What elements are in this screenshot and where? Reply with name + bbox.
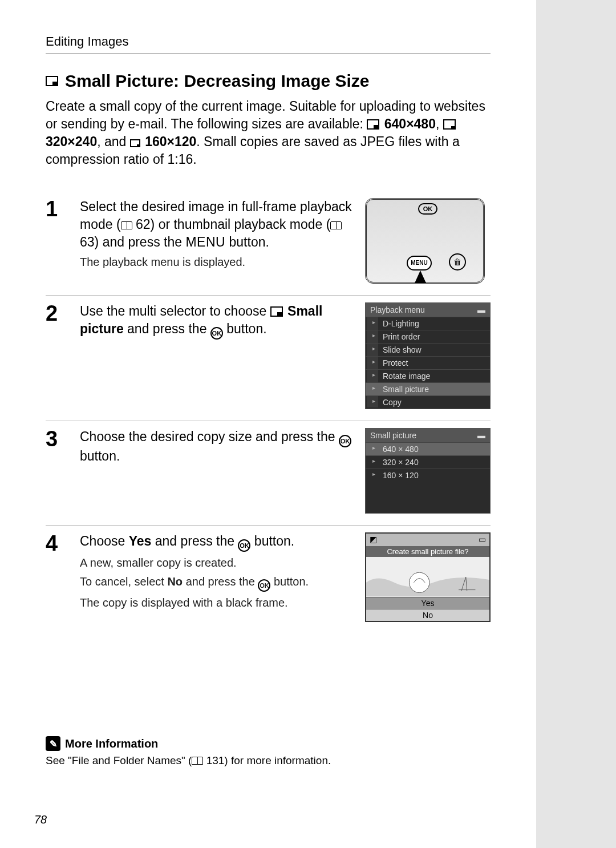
step-4-bold: Yes xyxy=(129,534,152,548)
step-1-sub: The playback menu is displayed. xyxy=(80,255,354,270)
battery-icon: ▬ xyxy=(477,431,485,440)
step-4-text: Choose xyxy=(80,534,129,548)
size-menu-title: Small picture xyxy=(370,431,416,440)
step-1-text2: ) or thumbnail playback mode ( xyxy=(151,217,331,232)
confirm-dialog-screenshot: ◩▭ Create small picture file? Yes No xyxy=(365,532,491,622)
size-option: 160 × 120 xyxy=(366,469,490,482)
small-picture-icon xyxy=(270,306,283,317)
step-2-text3: button. xyxy=(223,321,267,336)
step-4-text3: button. xyxy=(250,534,294,548)
menu-item: D-Lighting xyxy=(366,317,490,330)
menu-item: Slide show xyxy=(366,343,490,356)
book-icon xyxy=(121,221,132,229)
more-information: ✎ More Information See "File and Folder … xyxy=(46,736,491,767)
step-4-sub2a: To cancel, select xyxy=(80,575,167,588)
step-3-text2: button. xyxy=(80,449,120,463)
step-1-text3: ) and press the xyxy=(95,235,186,249)
size-icon-320 xyxy=(443,119,456,130)
battery-icon: ▭ xyxy=(479,535,486,545)
camera-ok-button: OK xyxy=(418,203,437,215)
step-1-text4: button. xyxy=(225,235,269,249)
step-2-number: 2 xyxy=(46,302,68,409)
header-rule xyxy=(46,54,491,54)
step-4-text2: and press the xyxy=(151,534,238,548)
ok-icon: OK xyxy=(238,539,250,552)
playback-menu-title: Playback menu xyxy=(370,305,425,314)
step-1-number: 1 xyxy=(46,198,68,284)
size-160: 160×120 xyxy=(145,134,196,149)
step-4-sub2b: No xyxy=(167,575,183,588)
small-picture-icon xyxy=(46,76,58,86)
step-3: 3 Choose the desired copy size and press… xyxy=(46,421,491,526)
step-1: 1 Select the desired image in full-frame… xyxy=(46,191,491,296)
ok-icon: OK xyxy=(258,579,270,592)
step-4: 4 Choose Yes and press the OK button. A … xyxy=(46,526,491,633)
menu-item: Copy xyxy=(366,395,490,409)
intro-paragraph: Create a small copy of the current image… xyxy=(46,98,491,168)
more-info-text1: See "File and Folder Names" ( xyxy=(46,754,192,766)
arrow-stem xyxy=(418,280,423,283)
confirm-question: Create small picture file? xyxy=(366,546,489,557)
step-2-text: Use the multi selector to choose xyxy=(80,304,270,318)
page: Editing Images Small Picture: Decreasing… xyxy=(0,0,536,848)
playback-menu-screenshot: Playback menu▬ D-Lighting Print order Sl… xyxy=(365,302,491,409)
size-option-selected: 640 × 480 xyxy=(366,442,490,455)
more-info-ref: 131 xyxy=(206,754,225,766)
sample-image xyxy=(366,557,489,597)
book-icon xyxy=(330,221,342,229)
more-info-text2: ) for more information. xyxy=(224,754,331,766)
battery-icon: ▬ xyxy=(477,305,485,314)
menu-item-selected: Small picture xyxy=(366,382,490,395)
menu-button-word: MENU xyxy=(185,235,225,249)
size-640: 640×480 xyxy=(384,116,436,131)
intro-text-2: , and xyxy=(97,134,130,149)
size-option: 320 × 240 xyxy=(366,455,490,469)
camera-trash-button: 🗑 xyxy=(449,253,466,270)
menu-item: Protect xyxy=(366,356,490,369)
camera-illustration: OK MENU 🗑 xyxy=(365,198,485,284)
page-number: 78 xyxy=(34,813,47,826)
retouch-icon: ◩ xyxy=(370,535,377,545)
size-icon-160 xyxy=(130,139,140,147)
step-3-text: Choose the desired copy size and press t… xyxy=(80,429,339,444)
step-2: 2 Use the multi selector to choose Small… xyxy=(46,296,491,421)
svg-point-1 xyxy=(410,572,429,592)
step-4-sub2c: and press the xyxy=(183,575,258,588)
step-3-number: 3 xyxy=(46,428,68,514)
step-2-text2: and press the xyxy=(124,321,210,336)
step-4-number: 4 xyxy=(46,532,68,622)
step-1-ref1: 62 xyxy=(136,217,151,232)
step-4-sub3: The copy is displayed with a black frame… xyxy=(80,595,354,611)
step-1-ref2: 63 xyxy=(80,235,95,249)
info-icon: ✎ xyxy=(46,736,60,751)
section-header: Editing Images xyxy=(46,34,491,49)
step-4-sub2d: button. xyxy=(270,575,309,588)
book-icon xyxy=(192,757,203,765)
ok-icon: OK xyxy=(339,435,351,447)
page-title: Small Picture: Decreasing Image Size xyxy=(65,71,370,91)
step-4-sub1: A new, smaller copy is created. xyxy=(80,555,354,571)
menu-item: Print order xyxy=(366,330,490,343)
menu-item: Rotate image xyxy=(366,369,490,382)
confirm-no: No xyxy=(366,609,489,621)
size-menu-screenshot: Small picture▬ 640 × 480 320 × 240 160 ×… xyxy=(365,428,491,514)
confirm-yes: Yes xyxy=(366,597,489,609)
more-info-heading: More Information xyxy=(65,737,158,750)
ok-icon: OK xyxy=(210,327,223,340)
camera-menu-button: MENU xyxy=(407,256,432,270)
size-icon-640 xyxy=(367,119,379,130)
size-320: 320×240 xyxy=(46,134,97,149)
